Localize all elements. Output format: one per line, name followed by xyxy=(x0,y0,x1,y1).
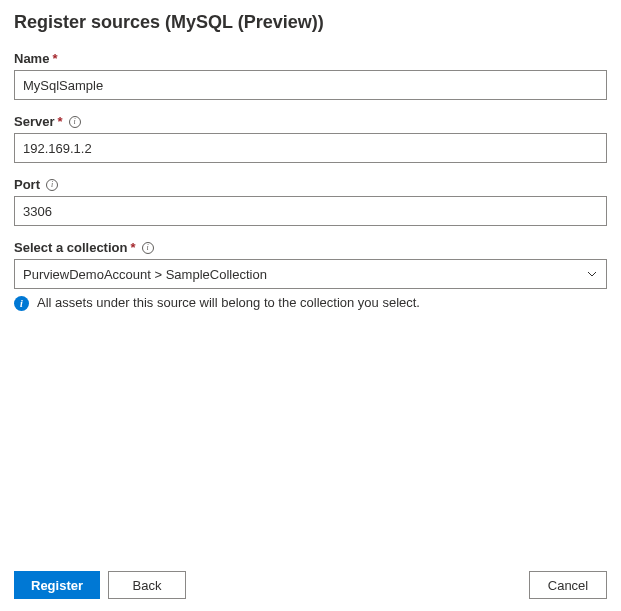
server-label: Server * i xyxy=(14,114,607,129)
required-indicator: * xyxy=(130,240,135,255)
info-icon[interactable]: i xyxy=(142,242,154,254)
footer-left-buttons: Register Back xyxy=(14,571,186,599)
server-field-group: Server * i xyxy=(14,114,607,163)
collection-helper-text: All assets under this source will belong… xyxy=(37,295,420,310)
register-button[interactable]: Register xyxy=(14,571,100,599)
cancel-button[interactable]: Cancel xyxy=(529,571,607,599)
port-field-group: Port i xyxy=(14,177,607,226)
collection-dropdown[interactable]: PurviewDemoAccount > SampleCollection xyxy=(14,259,607,289)
required-indicator: * xyxy=(57,114,62,129)
collection-label: Select a collection * i xyxy=(14,240,607,255)
collection-field-group: Select a collection * i PurviewDemoAccou… xyxy=(14,240,607,311)
required-indicator: * xyxy=(52,51,57,66)
info-icon: i xyxy=(14,296,29,311)
port-input[interactable] xyxy=(14,196,607,226)
footer: Register Back Cancel xyxy=(14,571,607,599)
port-label: Port i xyxy=(14,177,607,192)
name-input[interactable] xyxy=(14,70,607,100)
page-title: Register sources (MySQL (Preview)) xyxy=(14,12,607,33)
info-icon[interactable]: i xyxy=(46,179,58,191)
name-label: Name * xyxy=(14,51,607,66)
server-label-text: Server xyxy=(14,114,54,129)
collection-selected-value: PurviewDemoAccount > SampleCollection xyxy=(23,267,586,282)
name-field-group: Name * xyxy=(14,51,607,100)
info-icon[interactable]: i xyxy=(69,116,81,128)
collection-label-text: Select a collection xyxy=(14,240,127,255)
name-label-text: Name xyxy=(14,51,49,66)
server-input[interactable] xyxy=(14,133,607,163)
chevron-down-icon xyxy=(586,268,598,280)
port-label-text: Port xyxy=(14,177,40,192)
collection-helper-row: i All assets under this source will belo… xyxy=(14,295,607,311)
back-button[interactable]: Back xyxy=(108,571,186,599)
